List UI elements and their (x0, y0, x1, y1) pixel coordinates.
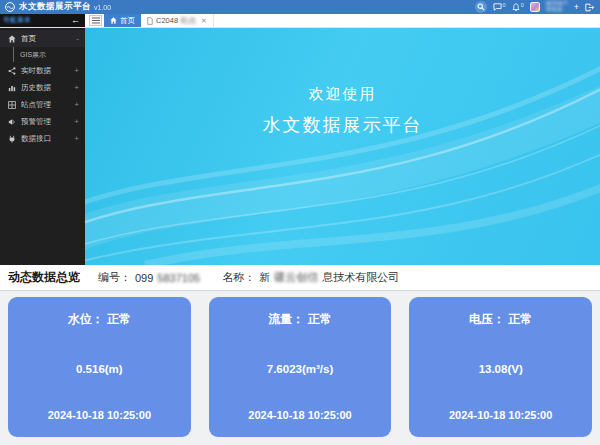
flow-card: 流量： 正常 7.6023(m³/s) 2024-10-18 10:25:00 (209, 297, 392, 437)
water-level-card: 水位： 正常 0.516(m) 2024-10-18 10:25:00 (8, 297, 191, 437)
voltage-card: 电压： 正常 13.08(V) 2024-10-18 10:25:00 (409, 297, 592, 437)
card-status: 正常 (107, 312, 131, 326)
sidebar-item-label: 预警管理 (21, 117, 69, 127)
notifications-button[interactable]: 0 (512, 3, 524, 12)
bell-icon (512, 3, 520, 12)
welcome-line1: 欢迎使用 (85, 85, 600, 104)
sidebar-item-label: 实时数据 (21, 66, 69, 76)
card-status: 正常 (308, 312, 332, 326)
card-metric-label: 流量： (268, 312, 304, 326)
name-value-redacted: 疆云创信 (274, 270, 318, 285)
card-timestamp: 2024-10-18 10:25:00 (248, 409, 351, 421)
add-button[interactable]: + (574, 3, 579, 12)
card-metric-label: 电压： (469, 312, 505, 326)
grid-icon (8, 101, 16, 109)
app-version: v1.00 (94, 4, 111, 11)
messages-button[interactable]: 0 (493, 3, 506, 11)
status-cards-row: 水位： 正常 0.516(m) 2024-10-18 10:25:00 流量： … (0, 291, 600, 445)
main-row: 首页 - GIS展示 实时数据 + 历史数据 + (0, 28, 600, 265)
tab-station[interactable]: C2048 站点 ✕ (141, 14, 214, 27)
sidebar-item-label: GIS展示 (20, 50, 46, 60)
name-label: 名称： (222, 270, 255, 285)
home-icon (110, 17, 117, 24)
sidebar-item-history[interactable]: 历史数据 + (0, 79, 85, 96)
tab-close-icon[interactable]: ✕ (201, 17, 207, 25)
sidebar-item-gis[interactable]: GIS展示 (14, 47, 85, 62)
name-value-suffix: 息技术有限公司 (322, 270, 399, 285)
collapse-minus-icon[interactable]: - (76, 34, 79, 43)
name-value-prefix: 新 (259, 270, 270, 285)
user-menu[interactable]: 测试用户 管理员 (546, 1, 568, 13)
message-badge: 0 (503, 2, 506, 8)
sidebar-item-label: 站点管理 (21, 100, 69, 110)
card-value: 7.6023(m³/s) (267, 363, 333, 375)
card-title: 水位： 正常 (68, 311, 131, 328)
bar-chart-icon (8, 84, 16, 92)
card-timestamp: 2024-10-18 10:25:00 (449, 409, 552, 421)
overview-title: 动态数据总览 (8, 269, 80, 286)
card-value: 0.516(m) (76, 363, 123, 375)
serial-label: 编号： (98, 270, 131, 285)
sidebar-item-label: 首页 (21, 34, 71, 44)
sidebar-item-api[interactable]: 数据接口 + (0, 130, 85, 147)
app-logo-icon (5, 2, 15, 12)
card-status: 正常 (508, 312, 532, 326)
serial-value-redacted: 5837105 (157, 272, 200, 284)
sidebar-header: 导航菜单 ← (0, 14, 85, 27)
card-value: 13.08(V) (479, 363, 523, 375)
search-icon (477, 3, 485, 11)
app-window: 水文数据展示平台 v1.00 0 0 (0, 0, 600, 445)
hamburger-icon (92, 17, 100, 24)
expand-plus-icon[interactable]: + (74, 100, 79, 109)
plug-icon (8, 135, 16, 143)
app-title: 水文数据展示平台 (19, 1, 91, 13)
sidebar-item-label: 历史数据 (21, 83, 69, 93)
sidebar-item-label: 数据接口 (21, 134, 69, 144)
expand-plus-icon[interactable]: + (74, 66, 79, 75)
logout-icon[interactable] (585, 3, 595, 12)
sidebar-submenu: GIS展示 (13, 47, 85, 62)
light-streaks-decoration (85, 28, 600, 265)
megaphone-icon (8, 118, 16, 126)
tab-home-label: 首页 (120, 16, 135, 26)
top-bar: 水文数据展示平台 v1.00 0 0 (0, 0, 600, 14)
welcome-line2: 水文数据展示平台 (85, 113, 600, 137)
tab-station-label-redacted: 站点 (181, 16, 196, 26)
comment-icon (493, 3, 502, 11)
user-role: 管理员 (546, 7, 568, 13)
collapse-back-button[interactable]: ← (69, 16, 82, 25)
tab-station-label: C2048 (156, 16, 178, 25)
search-button[interactable] (475, 1, 487, 13)
sidebar-item-stations[interactable]: 站点管理 + (0, 96, 85, 113)
sidebar-item-home[interactable]: 首页 - (0, 30, 85, 47)
home-icon (8, 35, 16, 43)
welcome-message: 欢迎使用 水文数据展示平台 (85, 85, 600, 137)
card-title: 电压： 正常 (469, 311, 532, 328)
card-metric-label: 水位： (68, 312, 104, 326)
tab-bar: 导航菜单 ← 首页 C2048 站点 ✕ (0, 14, 600, 28)
menu-toggle-button[interactable] (89, 15, 102, 26)
tab-home[interactable]: 首页 (104, 14, 141, 27)
sidebar-nav: 首页 - GIS展示 实时数据 + 历史数据 + (0, 28, 85, 265)
expand-plus-icon[interactable]: + (74, 117, 79, 126)
topbar-actions: 0 0 测试用户 管理员 + (475, 1, 595, 13)
serial-value: 099 (135, 272, 153, 284)
user-avatar[interactable] (530, 2, 540, 12)
sidebar-header-label: 导航菜单 (3, 16, 31, 25)
sidebar-item-realtime[interactable]: 实时数据 + (0, 62, 85, 79)
share-nodes-icon (8, 67, 16, 75)
welcome-canvas: 欢迎使用 水文数据展示平台 (85, 28, 600, 265)
document-icon (147, 17, 153, 25)
overview-info-bar: 动态数据总览 编号： 099 5837105 名称： 新 疆云创信 息技术有限公… (0, 265, 600, 291)
card-title: 流量： 正常 (268, 311, 331, 328)
card-timestamp: 2024-10-18 10:25:00 (48, 409, 151, 421)
expand-plus-icon[interactable]: + (74, 83, 79, 92)
expand-plus-icon[interactable]: + (74, 134, 79, 143)
sidebar-item-alerts[interactable]: 预警管理 + (0, 113, 85, 130)
bell-badge: 0 (521, 2, 524, 8)
